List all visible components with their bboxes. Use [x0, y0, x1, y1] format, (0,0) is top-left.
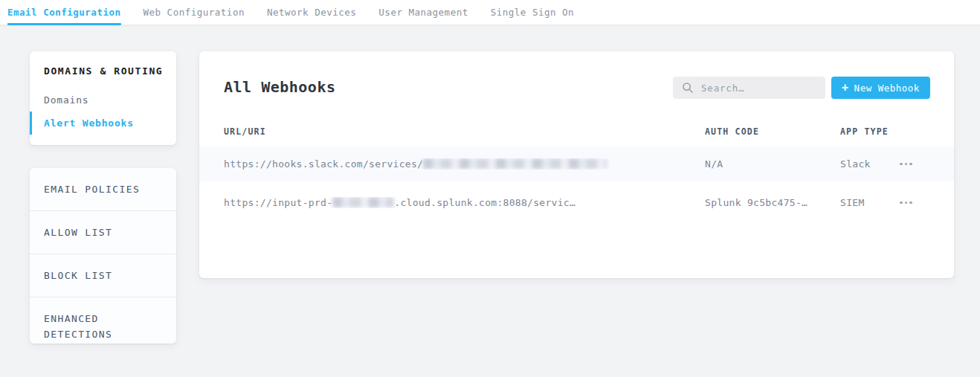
routing-item-list: Domains Alert Webhooks — [30, 88, 176, 135]
sidebar-item-allow-list[interactable]: ALLOW LIST — [30, 211, 176, 254]
webhook-url-suffix: .cloud.splunk.com:8088/servic… — [394, 197, 576, 208]
table-row: https://input-prd-.cloud.splunk.com:8088… — [199, 185, 954, 220]
tab-web-configuration[interactable]: Web Configuration — [144, 0, 245, 25]
plus-icon: + — [842, 83, 849, 94]
webhook-url-text: https://input-prd- — [224, 197, 332, 208]
sidebar-item-enhanced-detections[interactable]: ENHANCED DETECTIONS — [30, 297, 176, 344]
top-navigation: Email Configuration Web Configuration Ne… — [0, 0, 980, 25]
redacted-url-segment — [332, 197, 394, 207]
column-header-url-uri: URL/URI — [224, 126, 705, 137]
table-row: https://hooks.slack.com/services/ N/A Sl… — [199, 146, 954, 181]
new-webhook-button-label: New Webhook — [854, 83, 920, 94]
sidebar-item-alert-webhooks[interactable]: Alert Webhooks — [30, 112, 176, 135]
new-webhook-button[interactable]: + New Webhook — [831, 77, 930, 99]
column-header-auth-code: AUTH CODE — [705, 126, 840, 137]
sidebar-item-email-policies[interactable]: EMAIL POLICIES — [30, 168, 176, 211]
app-type-cell: Slack — [840, 158, 898, 170]
column-header-app-type: APP TYPE — [840, 126, 898, 137]
app-type-cell: SIEM — [840, 197, 898, 208]
domains-routing-heading: DOMAINS & ROUTING — [30, 65, 176, 77]
page-title: All Webhooks — [224, 78, 336, 96]
ellipsis-menu-icon[interactable] — [898, 160, 914, 169]
tab-email-configuration[interactable]: Email Configuration — [7, 0, 121, 25]
redacted-url-segment — [423, 158, 607, 169]
webhook-url-cell: https://input-prd-.cloud.splunk.com:8088… — [224, 197, 705, 208]
webhooks-panel: All Webhooks + New Webhook URL/URI AUTH … — [199, 51, 954, 278]
policy-sections-card: EMAIL POLICIES ALLOW LIST BLOCK LIST ENH… — [30, 168, 176, 344]
search-input[interactable] — [673, 77, 825, 99]
sidebar-item-domains[interactable]: Domains — [30, 88, 176, 112]
ellipsis-menu-icon[interactable] — [898, 199, 914, 207]
search-box — [673, 77, 825, 99]
auth-code-cell: N/A — [705, 158, 840, 170]
table-header: URL/URI AUTH CODE APP TYPE — [199, 126, 954, 137]
tab-network-devices[interactable]: Network Devices — [267, 0, 356, 25]
domains-routing-card: DOMAINS & ROUTING Domains Alert Webhooks — [30, 51, 176, 145]
tab-single-sign-on[interactable]: Single Sign On — [491, 0, 574, 25]
webhook-url-text: https://hooks.slack.com/services/ — [224, 158, 423, 170]
sidebar-item-block-list[interactable]: BLOCK LIST — [30, 254, 176, 297]
tab-user-management[interactable]: User Management — [378, 0, 468, 25]
webhook-url-cell: https://hooks.slack.com/services/ — [224, 158, 705, 170]
auth-code-cell: Splunk 9c5bc475-… — [705, 197, 840, 208]
